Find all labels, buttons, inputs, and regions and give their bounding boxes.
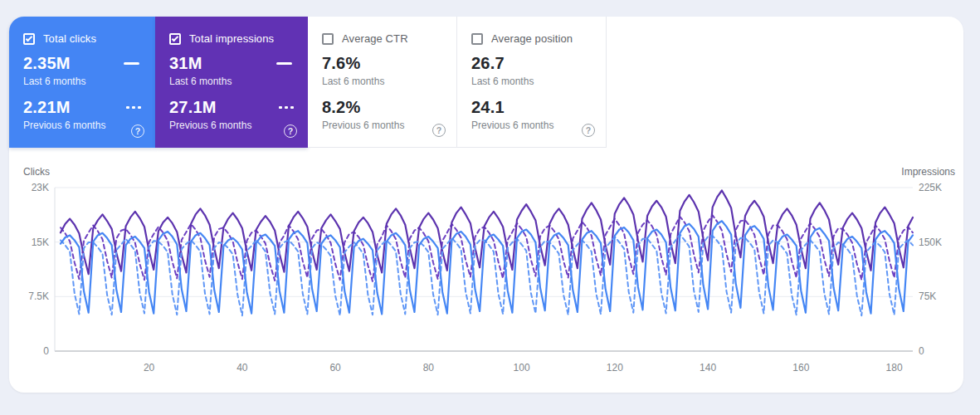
x-axis-tick-label: 160 bbox=[792, 362, 809, 374]
period-label: Last 6 months bbox=[322, 76, 443, 87]
solid-line-legend-icon bbox=[276, 62, 292, 65]
impressions-current-value: 31M bbox=[169, 54, 202, 73]
x-axis-tick-label: 60 bbox=[329, 362, 341, 374]
period-label: Last 6 months bbox=[169, 76, 295, 87]
left-axis-tick-label: 0 bbox=[43, 345, 49, 357]
ctr-current-value: 7.6% bbox=[322, 54, 360, 73]
x-axis-tick-label: 120 bbox=[607, 362, 623, 374]
period-label: Previous 6 months bbox=[322, 120, 443, 131]
card-title: Total impressions bbox=[189, 32, 274, 45]
performance-panel: Total clicks 2.35M Last 6 months 2.21M P… bbox=[9, 17, 963, 393]
card-title: Average CTR bbox=[342, 32, 408, 45]
x-axis-tick-label: 40 bbox=[236, 362, 248, 374]
period-label: Previous 6 months bbox=[23, 120, 142, 131]
clicks-previous-value: 2.21M bbox=[23, 98, 71, 117]
dashed-line-legend-icon bbox=[126, 106, 141, 109]
average-position-checkbox[interactable] bbox=[471, 33, 483, 45]
left-axis-tick-label: 23K bbox=[32, 182, 49, 193]
x-axis-tick-label: 180 bbox=[886, 362, 903, 374]
right-axis-title: Impressions bbox=[901, 166, 955, 178]
help-icon[interactable]: ? bbox=[432, 124, 446, 137]
ctr-previous-value: 8.2% bbox=[322, 98, 360, 117]
clicks-current-value: 2.35M bbox=[23, 54, 71, 73]
chart-block: Clicks Impressions 23K15K7.5K0225K150K75… bbox=[9, 148, 963, 377]
check-icon bbox=[172, 34, 178, 41]
help-icon[interactable]: ? bbox=[582, 124, 595, 137]
help-icon[interactable]: ? bbox=[131, 124, 144, 138]
x-axis-tick-label: 20 bbox=[144, 362, 155, 374]
period-label: Previous 6 months bbox=[471, 120, 592, 131]
right-axis-tick-label: 75K bbox=[919, 290, 936, 302]
impressions-previous-value: 27.1M bbox=[169, 98, 217, 117]
series-impressions-last-6-months bbox=[61, 191, 913, 275]
card-total-clicks[interactable]: Total clicks 2.35M Last 6 months 2.21M P… bbox=[9, 17, 155, 148]
right-axis-tick-label: 225K bbox=[919, 182, 942, 193]
position-previous-value: 24.1 bbox=[471, 98, 505, 117]
card-average-ctr[interactable]: Average CTR 7.6% Last 6 months 8.2% Prev… bbox=[308, 17, 457, 148]
check-icon bbox=[26, 34, 32, 41]
left-axis-tick-label: 7.5K bbox=[28, 290, 49, 302]
card-total-impressions[interactable]: Total impressions 31M Last 6 months 27.1… bbox=[155, 17, 308, 148]
left-axis-tick-label: 15K bbox=[32, 237, 49, 248]
x-axis-tick-label: 80 bbox=[423, 362, 435, 374]
total-impressions-checkbox[interactable] bbox=[169, 33, 181, 45]
card-average-position[interactable]: Average position 26.7 Last 6 months 24.1… bbox=[457, 17, 607, 148]
left-axis-title: Clicks bbox=[23, 166, 50, 178]
period-label: Last 6 months bbox=[23, 76, 142, 87]
x-axis-tick-label: 140 bbox=[700, 362, 716, 374]
right-axis-tick-label: 0 bbox=[919, 345, 924, 357]
card-title: Average position bbox=[491, 32, 573, 45]
metric-cards-row: Total clicks 2.35M Last 6 months 2.21M P… bbox=[9, 17, 963, 148]
series-clicks-last-6-months bbox=[61, 221, 913, 314]
x-axis-tick-label: 100 bbox=[514, 362, 530, 374]
dashed-line-legend-icon bbox=[279, 106, 294, 109]
average-ctr-checkbox[interactable] bbox=[322, 33, 334, 45]
period-label: Last 6 months bbox=[471, 76, 592, 87]
position-current-value: 26.7 bbox=[471, 54, 505, 73]
help-icon[interactable]: ? bbox=[284, 124, 297, 138]
period-label: Previous 6 months bbox=[169, 120, 295, 131]
solid-line-legend-icon bbox=[124, 62, 139, 65]
total-clicks-checkbox[interactable] bbox=[23, 33, 35, 45]
card-title: Total clicks bbox=[43, 32, 96, 45]
right-axis-tick-label: 150K bbox=[919, 237, 942, 248]
performance-chart[interactable]: 23K15K7.5K0225K150K75K020406080100120140… bbox=[9, 178, 963, 377]
